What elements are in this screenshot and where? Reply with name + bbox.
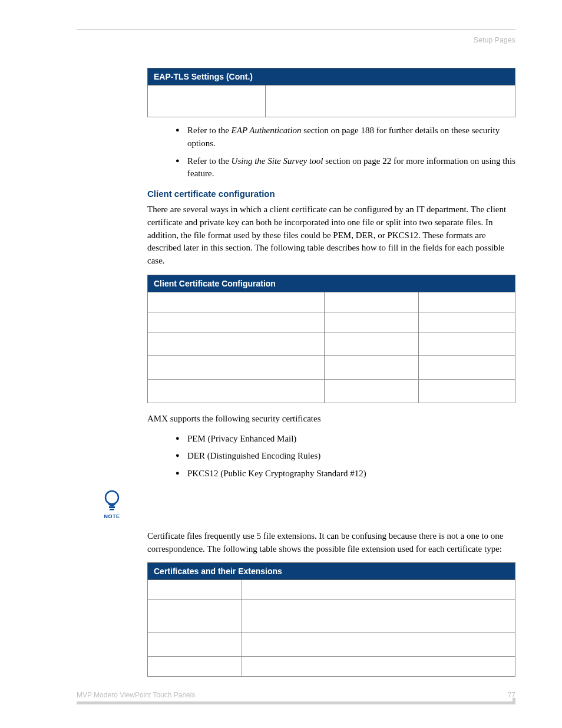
ccc-cell bbox=[419, 355, 515, 379]
page: Setup Pages EAP-TLS Settings (Cont.) Ref… bbox=[77, 29, 515, 684]
ccc-cell bbox=[419, 292, 515, 312]
ext-table-title: Certificates and their Extensions bbox=[148, 563, 515, 580]
cert-item: DER (Distinguished Encoding Rules) bbox=[176, 450, 515, 463]
ref-item-1: Refer to the EAP Authentication section … bbox=[176, 124, 515, 150]
ext-cell bbox=[148, 657, 242, 677]
ccc-cell bbox=[419, 332, 515, 355]
ccc-cell bbox=[148, 292, 325, 312]
ref-item-2: Refer to the Using the Site Survey tool … bbox=[176, 155, 515, 181]
eap-tls-table: EAP-TLS Settings (Cont.) bbox=[147, 68, 515, 117]
ccc-paragraph: There are several ways in which a client… bbox=[147, 203, 515, 268]
cert-list: PEM (Privacy Enhanced Mail) DER (Disting… bbox=[176, 433, 515, 480]
ccc-cell bbox=[148, 312, 325, 332]
ext-cell bbox=[148, 600, 242, 633]
ccc-cell bbox=[325, 312, 419, 332]
ccc-cell bbox=[419, 312, 515, 332]
ccc-cell bbox=[419, 379, 515, 403]
ref-link-text: Using the Site Survey tool bbox=[232, 156, 323, 166]
text: Refer to the bbox=[187, 156, 232, 166]
footer-title: MVP Modero ViewPoint Touch Panels bbox=[77, 691, 195, 699]
note-icon: NOTE bbox=[99, 489, 125, 519]
amx-line: AMX supports the following security cert… bbox=[147, 413, 515, 426]
footer: MVP Modero ViewPoint Touch Panels 77 bbox=[77, 691, 515, 704]
footer-rule bbox=[77, 701, 515, 704]
eap-tls-title: EAP-TLS Settings (Cont.) bbox=[148, 68, 515, 85]
ccc-cell bbox=[148, 379, 325, 403]
cert-item: PEM (Privacy Enhanced Mail) bbox=[176, 433, 515, 446]
content-area: EAP-TLS Settings (Cont.) Refer to the EA… bbox=[147, 68, 515, 677]
note-label: NOTE bbox=[99, 513, 125, 519]
ccc-cell bbox=[325, 332, 419, 355]
svg-point-0 bbox=[105, 491, 118, 504]
ext-cell bbox=[242, 657, 515, 677]
section-heading-ccc: Client certificate configuration bbox=[147, 189, 515, 199]
ccc-cell bbox=[325, 379, 419, 403]
ext-cell bbox=[242, 600, 515, 633]
svg-rect-2 bbox=[110, 509, 114, 510]
ccc-cell bbox=[325, 292, 419, 312]
eap-cell bbox=[266, 85, 515, 117]
reference-list: Refer to the EAP Authentication section … bbox=[176, 124, 515, 180]
ext-cell bbox=[148, 580, 242, 600]
top-rule bbox=[77, 29, 515, 30]
note-block: NOTE bbox=[147, 489, 515, 530]
ccc-cell bbox=[148, 355, 325, 379]
running-header: Setup Pages bbox=[77, 36, 515, 44]
ccc-cell bbox=[148, 332, 325, 355]
ext-cell bbox=[242, 580, 515, 600]
ccc-table-title: Client Certificate Configuration bbox=[148, 275, 515, 292]
ccc-cell bbox=[325, 355, 419, 379]
text: Refer to the bbox=[187, 126, 232, 135]
svg-rect-1 bbox=[109, 506, 115, 508]
certext-para: Certificate files frequently use 5 file … bbox=[147, 530, 515, 556]
ext-cell bbox=[148, 633, 242, 657]
ext-cell bbox=[242, 633, 515, 657]
ext-table: Certificates and their Extensions bbox=[147, 562, 515, 677]
eap-cell bbox=[148, 85, 266, 117]
ref-link-text: EAP Authentication bbox=[232, 126, 302, 135]
cert-item: PKCS12 (Public Key Cryptography Standard… bbox=[176, 467, 515, 480]
ccc-table: Client Certificate Configuration bbox=[147, 275, 515, 403]
